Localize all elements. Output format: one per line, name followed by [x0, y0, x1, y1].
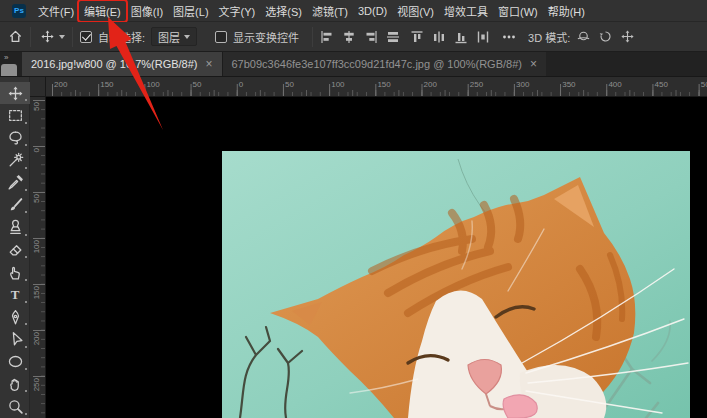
menu-item-image[interactable]: 图像(I): [126, 1, 168, 21]
h-ruler-label: 0: [239, 80, 243, 89]
brush-tool[interactable]: [0, 194, 30, 216]
h-ruler-label: 350: [562, 80, 575, 89]
menu-item-edit[interactable]: 编辑(E): [79, 1, 126, 21]
v-ruler-label: 50: [32, 194, 41, 203]
type-tool-glyph: T: [11, 287, 20, 303]
align-center-horizontal-icon[interactable]: [342, 30, 356, 44]
h-ruler-label: 400: [608, 80, 621, 89]
show-transform-label: 显示变换控件: [233, 29, 299, 45]
document-tabs: 2016.jpg!w800 @ 16.7%(RGB/8#)×67b09c3646…: [22, 52, 546, 76]
menu-item-filter[interactable]: 滤镜(T): [307, 1, 353, 21]
menu-item-view[interactable]: 视图(V): [392, 1, 439, 21]
distribute-center-h-icon[interactable]: [432, 30, 446, 44]
auto-select-label: 自动选择:: [98, 29, 145, 45]
v-ruler-label: 150: [32, 286, 41, 299]
h-ruler-label: 50: [193, 80, 202, 89]
v-ruler-label: 50: [32, 102, 41, 111]
v-ruler-label: 0: [32, 148, 41, 152]
marquee-tool[interactable]: [0, 104, 30, 126]
ellipse-tool[interactable]: [0, 351, 30, 373]
menu-item-plugins[interactable]: 增效工具: [439, 1, 493, 21]
separator: [312, 27, 313, 47]
3d-roll-icon[interactable]: [598, 29, 613, 44]
menu-item-file[interactable]: 文件(F): [33, 1, 79, 21]
ruler-corner: [30, 77, 46, 97]
distribute-bottom-icon[interactable]: [454, 30, 468, 44]
v-ruler-label: 100: [32, 240, 41, 253]
pen-tool[interactable]: [0, 306, 30, 328]
tool-palette: T: [0, 77, 30, 418]
canvas-area[interactable]: [46, 97, 707, 418]
tab-close-icon[interactable]: ×: [530, 58, 537, 70]
distribute-top-icon[interactable]: [410, 30, 424, 44]
tool-panel-grip: [1, 64, 17, 76]
h-ruler-label: 250: [470, 80, 483, 89]
align-right-icon[interactable]: [364, 30, 378, 44]
clone-stamp-tool[interactable]: [0, 216, 30, 238]
tab-close-icon[interactable]: ×: [205, 58, 212, 70]
photoshop-window: Ps 文件(F)编辑(E)图像(I)图层(L)文字(Y)选择(S)滤镜(T)3D…: [0, 0, 707, 418]
h-ruler-label: 150: [377, 80, 390, 89]
document-tab-2[interactable]: 67b09c3646fe3e107ff3cc09d21fd47c.jpg @ 1…: [222, 52, 546, 76]
h-ruler-label: 500: [701, 80, 707, 89]
v-ruler-label: 250: [32, 378, 41, 391]
quick-selection-tool[interactable]: [0, 149, 30, 171]
photoshop-logo-icon: Ps: [12, 4, 26, 18]
more-options-icon[interactable]: [502, 30, 516, 44]
v-ruler-label: 200: [32, 332, 41, 345]
menu-item-type[interactable]: 文字(Y): [214, 1, 261, 21]
menu-item-select[interactable]: 选择(S): [260, 1, 307, 21]
hand-tool[interactable]: [0, 373, 30, 395]
align-left-icon[interactable]: [320, 30, 334, 44]
horizontal-ruler[interactable]: 2001501005005010015020025030035040045050…: [46, 77, 707, 97]
menu-bar: Ps 文件(F)编辑(E)图像(I)图层(L)文字(Y)选择(S)滤镜(T)3D…: [0, 0, 707, 22]
panel-collapse-icon[interactable]: »: [4, 53, 7, 62]
type-tool[interactable]: T: [0, 284, 30, 306]
cat-photo: [222, 151, 690, 418]
h-ruler-label: 200: [54, 80, 67, 89]
separator: [30, 27, 31, 47]
menu-item-window[interactable]: 窗口(W): [493, 1, 543, 21]
menu-item-3d[interactable]: 3D(D): [353, 3, 392, 19]
tab-title: 2016.jpg!w800 @ 16.7%(RGB/8#): [31, 58, 197, 70]
vertical-ruler[interactable]: 50050100150200250300: [30, 97, 46, 418]
eraser-tool[interactable]: [0, 239, 30, 261]
zoom-tool[interactable]: [0, 395, 30, 417]
document-tab-bar: » 2016.jpg!w800 @ 16.7%(RGB/8#)×67b09c36…: [0, 52, 707, 77]
h-ruler-label: 450: [655, 80, 668, 89]
align-center-vertical-icon[interactable]: [386, 30, 400, 44]
menu-item-layer[interactable]: 图层(L): [168, 1, 213, 21]
3d-pan-icon[interactable]: [620, 29, 635, 44]
h-ruler-label: 150: [100, 80, 113, 89]
menu-items: 文件(F)编辑(E)图像(I)图层(L)文字(Y)选择(S)滤镜(T)3D(D)…: [33, 0, 590, 21]
move-tool-preset-icon[interactable]: [40, 29, 65, 44]
distribute-spacing-icon[interactable]: [476, 30, 490, 44]
eyedropper-tool[interactable]: [0, 172, 30, 194]
auto-select-target-value: 图层: [158, 29, 180, 45]
menu-item-help[interactable]: 帮助(H): [543, 1, 590, 21]
separator: [72, 27, 73, 47]
move-tool[interactable]: [0, 82, 30, 104]
h-ruler-label: 100: [331, 80, 344, 89]
auto-select-checkbox[interactable]: [80, 31, 92, 43]
tab-bar-left-column: »: [0, 52, 22, 76]
tab-title: 67b09c3646fe3e107ff3cc09d21fd47c.jpg @ 1…: [232, 58, 522, 70]
auto-select-target-dropdown[interactable]: 图层: [151, 27, 197, 46]
chevron-down-icon: [59, 35, 65, 39]
h-ruler-label: 100: [146, 80, 159, 89]
smudge-tool[interactable]: [0, 261, 30, 283]
chevron-down-icon: [184, 35, 190, 39]
h-ruler-label: 200: [424, 80, 437, 89]
h-ruler-label: 300: [516, 80, 529, 89]
lasso-tool[interactable]: [0, 127, 30, 149]
h-ruler-label: 50: [285, 80, 294, 89]
show-transform-checkbox[interactable]: [215, 31, 227, 43]
document-tab-1[interactable]: 2016.jpg!w800 @ 16.7%(RGB/8#)×: [22, 52, 222, 76]
direct-selection-tool[interactable]: [0, 328, 30, 350]
home-icon[interactable]: [8, 29, 23, 44]
options-bar: 自动选择: 图层 显示变换控件 3D 模式:: [0, 22, 707, 52]
3d-mode-label: 3D 模式:: [528, 29, 570, 45]
3d-orbit-icon[interactable]: [576, 29, 591, 44]
